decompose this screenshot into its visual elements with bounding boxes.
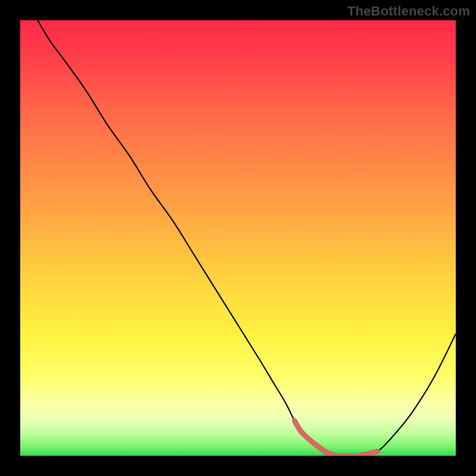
plot-area <box>20 20 456 456</box>
chart-wrap: TheBottleneck.com <box>0 0 476 476</box>
watermark-text: TheBottleneck.com <box>347 4 470 19</box>
gradient-background <box>20 20 456 456</box>
svg-rect-0 <box>20 20 456 456</box>
